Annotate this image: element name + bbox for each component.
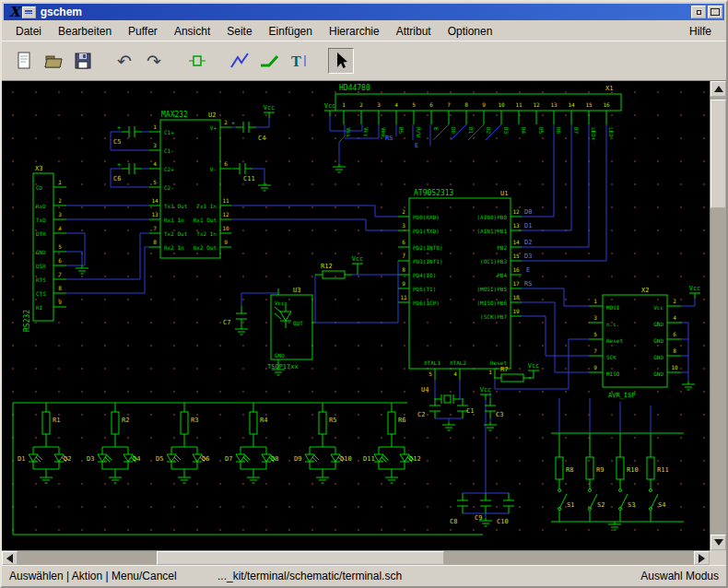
svg-text:Vcc: Vcc (324, 102, 336, 110)
svg-text:RI: RI (36, 304, 43, 311)
net-icon (229, 50, 251, 72)
svg-text:8: 8 (464, 101, 468, 108)
schematic-canvas[interactable]: +++VccVccVccVccVccVccR1D1D2R2D3D4R3D5D6R… (2, 81, 710, 550)
scroll-right-button[interactable] (694, 551, 710, 565)
svg-text:R6: R6 (398, 417, 405, 424)
svg-text:5: 5 (429, 370, 432, 377)
scroll-up-button[interactable] (710, 81, 726, 97)
svg-text:MOSI: MOSI (606, 304, 620, 311)
menu-einfuegen[interactable]: Einfügen (261, 23, 321, 40)
add-net-button[interactable] (227, 48, 252, 74)
schematic-drawing[interactable]: +++VccVccVccVccVccVccR1D1D2R2D3D4R3D5D6R… (2, 81, 710, 550)
svg-text:D3: D3 (503, 127, 510, 135)
svg-text:V+: V+ (210, 124, 217, 131)
svg-text:D0: D0 (451, 127, 457, 135)
scroll-down-button[interactable] (710, 535, 726, 550)
svg-text:X2: X2 (641, 287, 649, 294)
iconify-button[interactable] (691, 6, 706, 18)
add-component-button[interactable] (184, 48, 210, 74)
svg-text:DTR: DTR (36, 230, 46, 237)
svg-text:12: 12 (512, 208, 520, 215)
select-mode-button[interactable] (328, 48, 354, 74)
menu-hilfe[interactable]: Hilfe (680, 23, 721, 40)
svg-text:E: E (526, 266, 530, 274)
svg-text:11: 11 (222, 197, 229, 204)
svg-text:MAX232: MAX232 (161, 111, 188, 119)
svg-text:HD44780: HD44780 (339, 84, 370, 92)
svg-text:GND: GND (653, 337, 663, 344)
svg-text:13: 13 (512, 222, 520, 229)
maximize-button[interactable] (708, 6, 722, 18)
svg-text:S4: S4 (658, 501, 665, 509)
down-arrow-icon (714, 539, 723, 546)
svg-text:8: 8 (58, 285, 62, 291)
svg-text:13: 13 (550, 101, 558, 108)
svg-text:D6: D6 (202, 455, 209, 463)
scroll-left-button[interactable] (2, 551, 18, 565)
vertical-scrollbar[interactable] (710, 81, 726, 550)
menu-seite[interactable]: Seite (218, 23, 260, 40)
svg-text:S3: S3 (628, 501, 635, 509)
status-filename: ..._kit/terminal/schematic/terminal.sch (217, 570, 402, 582)
svg-text:TxD: TxD (36, 217, 46, 223)
menu-bearbeiten[interactable]: Bearbeiten (50, 23, 120, 40)
undo-button[interactable]: ↶ (112, 48, 138, 74)
svg-text:9: 9 (482, 101, 486, 108)
svg-text:C10: C10 (497, 518, 509, 525)
svg-text:3: 3 (58, 211, 62, 218)
svg-text:RS232: RS232 (23, 310, 31, 332)
svg-text:C2: C2 (417, 411, 425, 418)
menu-attribut[interactable]: Attribut (388, 23, 440, 40)
svg-text:AVR_ISP: AVR_ISP (608, 392, 636, 399)
window-menu-icon[interactable] (22, 6, 36, 18)
svg-text:D6: D6 (556, 127, 562, 135)
x11-logo-icon: X (9, 6, 20, 18)
svg-text:GND: GND (653, 354, 663, 360)
add-bus-button[interactable] (256, 48, 282, 74)
svg-text:Vcc: Vcc (352, 255, 364, 263)
save-file-button[interactable] (70, 48, 96, 74)
work-area: +++VccVccVccVccVccVccR1D1D2R2D3D4R3D5D6R… (2, 81, 726, 565)
redo-button[interactable]: ↷ (142, 48, 168, 74)
svg-text:R1: R1 (53, 417, 60, 424)
menu-datei[interactable]: Datei (7, 23, 50, 40)
svg-text:C2+: C2+ (164, 166, 174, 172)
horizontal-scrollbar[interactable] (2, 550, 710, 565)
status-mode: Auswahl Modus (640, 570, 719, 582)
svg-text:PD6(ICP): PD6(ICP) (413, 300, 440, 306)
menu-puffer[interactable]: Puffer (120, 23, 166, 40)
svg-text:6: 6 (673, 331, 676, 337)
svg-text:U1: U1 (500, 190, 508, 197)
svg-text:4: 4 (153, 160, 157, 167)
menu-optionen[interactable]: Optionen (440, 23, 501, 40)
svg-text:6: 6 (58, 257, 62, 264)
menubar: Datei Bearbeiten Puffer Ansicht Seite Ei… (2, 22, 726, 41)
menu-ansicht[interactable]: Ansicht (166, 23, 218, 40)
open-file-button[interactable] (41, 48, 66, 74)
svg-text:6: 6 (429, 101, 433, 108)
svg-text:2: 2 (402, 208, 405, 215)
svg-text:PB4: PB4 (497, 272, 507, 278)
text-icon: T (288, 50, 310, 72)
titlebar[interactable]: X gschem (4, 4, 724, 20)
svg-text:D7: D7 (225, 455, 232, 463)
svg-text:X1: X1 (605, 85, 613, 92)
new-file-button[interactable] (11, 48, 37, 74)
add-text-button[interactable]: T (286, 48, 311, 74)
window-title: gschem (41, 6, 82, 18)
svg-text:C5: C5 (113, 138, 121, 146)
svg-text:14: 14 (568, 101, 575, 108)
svg-text:4: 4 (394, 101, 398, 108)
svg-text:R8: R8 (566, 466, 573, 474)
svg-text:LED+: LED+ (591, 127, 597, 141)
menu-hierarchie[interactable]: Hierarchie (321, 23, 388, 40)
svg-text:U2: U2 (208, 112, 216, 119)
svg-text:1: 1 (153, 123, 157, 130)
svg-text:Vcc: Vcc (480, 386, 492, 394)
vertical-scrollbar-thumb[interactable] (710, 100, 726, 208)
horizontal-scrollbar-thumb[interactable] (157, 551, 444, 565)
svg-text:Vcc: Vcc (363, 127, 370, 137)
svg-text:PD1(TXD): PD1(TXD) (413, 228, 440, 234)
svg-text:R10: R10 (627, 466, 639, 474)
svg-text:R12: R12 (321, 263, 333, 270)
